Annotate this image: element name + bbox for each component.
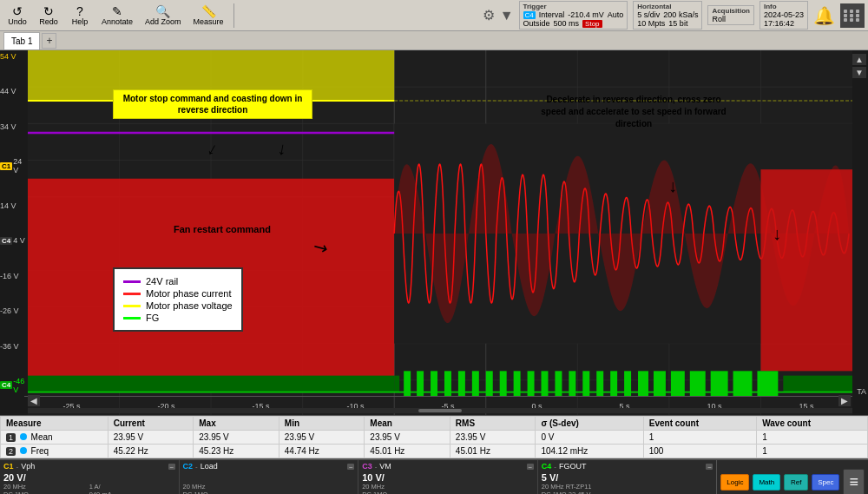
- c3-minus-btn[interactable]: –: [527, 464, 534, 470]
- c2-value: [183, 472, 355, 483]
- info-panel: Info 2024-05-23 17:16:42: [760, 1, 808, 30]
- c3-dash: -: [375, 463, 378, 471]
- c1-minus-btn[interactable]: –: [168, 464, 175, 470]
- row1-wave: 1: [757, 431, 868, 445]
- scroll-down-button[interactable]: ▼: [852, 67, 866, 78]
- help-button[interactable]: ? Help: [66, 3, 94, 28]
- decel-arrow2: ↓: [773, 224, 781, 244]
- function-buttons: Logic Math Ref Spec ≡: [716, 460, 868, 494]
- scroll-right-button[interactable]: ▶: [838, 395, 851, 406]
- svg-rect-22: [760, 169, 852, 371]
- channel-c1-info: C1 - Vph – 20 V/ 20 MHz1 A/ DC 1MΩ940 mA…: [0, 460, 180, 494]
- annotate-button[interactable]: ✎ Annotate: [97, 3, 137, 28]
- annotate-icon: ✎: [112, 5, 122, 17]
- col-wave: Wave count: [757, 417, 868, 431]
- tab-1[interactable]: Tab 1: [3, 32, 40, 49]
- acquisition-mode: Roll: [712, 15, 750, 23]
- volt-n16: -16 V: [0, 272, 28, 280]
- grid-icon[interactable]: [840, 3, 865, 28]
- trigger-interval-label: Interval: [539, 10, 565, 19]
- svg-rect-38: [582, 371, 589, 397]
- c3-details: 20 MHz DC 1MΩ 4 V User-Defined: [362, 483, 534, 494]
- add-tab-button[interactable]: +: [42, 33, 56, 49]
- legend-motor-current: Motor phase current: [123, 288, 233, 299]
- trigger-stop: Stop: [582, 20, 602, 28]
- h-bits: 15 bit: [668, 19, 687, 28]
- row1-mean: 23.95 V: [365, 431, 450, 445]
- svg-rect-25: [404, 371, 411, 397]
- divider: [233, 3, 234, 28]
- legend-color-motor-voltage: [123, 305, 141, 307]
- svg-rect-49: [783, 376, 852, 392]
- trigger-outside: Outside: [523, 19, 550, 28]
- scroll-up-button[interactable]: ▲: [852, 54, 866, 65]
- c2-sub: Load: [201, 462, 218, 471]
- add-zoom-button[interactable]: 🔍 Add Zoom: [141, 3, 186, 28]
- math-button[interactable]: Math: [753, 474, 780, 491]
- acquisition-title: Acquisition: [712, 7, 750, 15]
- tabs-bar: Tab 1 +: [0, 31, 868, 50]
- row2-min: 44.74 Hz: [279, 445, 365, 458]
- horizontal-panel: Horizontal 5 s/div 200 kSa/s 10 Mpts 15 …: [633, 1, 702, 30]
- horizontal-title: Horizontal: [637, 3, 698, 10]
- decel-arrow1: ↓: [668, 176, 677, 196]
- acquisition-panel: Acquisition Roll: [707, 5, 754, 25]
- volt-n46-c4: C4-46 V: [0, 377, 28, 394]
- c3-sub: VM: [379, 462, 391, 471]
- bell-icon[interactable]: 🔔: [813, 5, 835, 26]
- settings-icon[interactable]: ⚙: [483, 7, 495, 23]
- undo-button[interactable]: ↺ Undo: [3, 3, 31, 28]
- logic-button[interactable]: Logic: [720, 474, 749, 491]
- svg-rect-28: [444, 371, 451, 397]
- scroll-left-button[interactable]: ◀: [28, 395, 40, 406]
- svg-rect-43: [654, 371, 666, 397]
- c4-minus-btn[interactable]: –: [706, 464, 713, 470]
- fan-restart-label: Fan restart command: [174, 224, 271, 234]
- ref-button[interactable]: Ref: [784, 474, 808, 491]
- scroll-bar[interactable]: [28, 408, 852, 413]
- svg-rect-34: [528, 371, 535, 397]
- row1-ch-dot: [20, 433, 27, 440]
- c2-dash: -: [195, 463, 198, 471]
- measurements-section: Measure Current Max Min Mean RMS σ (S-de…: [0, 415, 868, 458]
- c2-minus-btn[interactable]: –: [347, 464, 354, 470]
- toolbar-right-panels: ⚙ ▼ Trigger C4 Interval -210.4 mV Auto O…: [483, 1, 865, 30]
- c1-sub: Vph: [21, 462, 35, 471]
- row2-wave: 1: [757, 445, 868, 458]
- c1-dash: -: [16, 463, 19, 471]
- info-time: 17:16:42: [764, 19, 804, 28]
- redo-button[interactable]: ↻ Redo: [35, 3, 62, 28]
- row2-ch-dot: [20, 447, 27, 454]
- bottom-channel-bar: C1 - Vph – 20 V/ 20 MHz1 A/ DC 1MΩ940 mA…: [0, 458, 868, 494]
- measure-button[interactable]: 📏 Measure: [189, 3, 228, 28]
- volt-24-c1: C124 V: [0, 157, 28, 175]
- c1-value: 20 V/: [3, 472, 175, 483]
- svg-rect-41: [624, 371, 631, 397]
- stop-annotation: Motor stop command and coasting down in …: [113, 89, 312, 119]
- row2-rms: 45.01 Hz: [450, 445, 536, 458]
- h-sample: 200 kSa/s: [663, 10, 698, 19]
- col-event: Event count: [643, 417, 757, 431]
- ta-badge: TA: [857, 387, 866, 396]
- scroll-thumb: [418, 409, 462, 412]
- h-mpts: 10 Mpts: [637, 19, 665, 28]
- legend-motor-voltage: Motor phase voltage: [123, 300, 233, 311]
- volt-n36: -36 V: [0, 342, 28, 351]
- legend-color-fg: [123, 317, 141, 319]
- redo-icon: ↻: [43, 5, 54, 17]
- row1-sdev: 0 V: [536, 431, 643, 445]
- spec-button[interactable]: Spec: [812, 474, 839, 491]
- volt-4-c4: C44 V: [0, 236, 28, 245]
- col-current: Current: [108, 417, 194, 431]
- col-rms: RMS: [450, 417, 536, 431]
- svg-rect-27: [431, 371, 437, 397]
- legend-box: 24V rail Motor phase current Motor phase…: [113, 267, 243, 332]
- undo-icon: ↺: [12, 5, 23, 17]
- svg-rect-45: [690, 371, 706, 397]
- c3-name: C3: [362, 462, 372, 471]
- volt-34: 34 V: [0, 122, 28, 131]
- dropdown-arrow-icon[interactable]: ▼: [500, 8, 514, 23]
- menu-button[interactable]: ≡: [843, 469, 865, 495]
- volt-44: 44 V: [0, 87, 28, 96]
- svg-rect-36: [555, 371, 562, 397]
